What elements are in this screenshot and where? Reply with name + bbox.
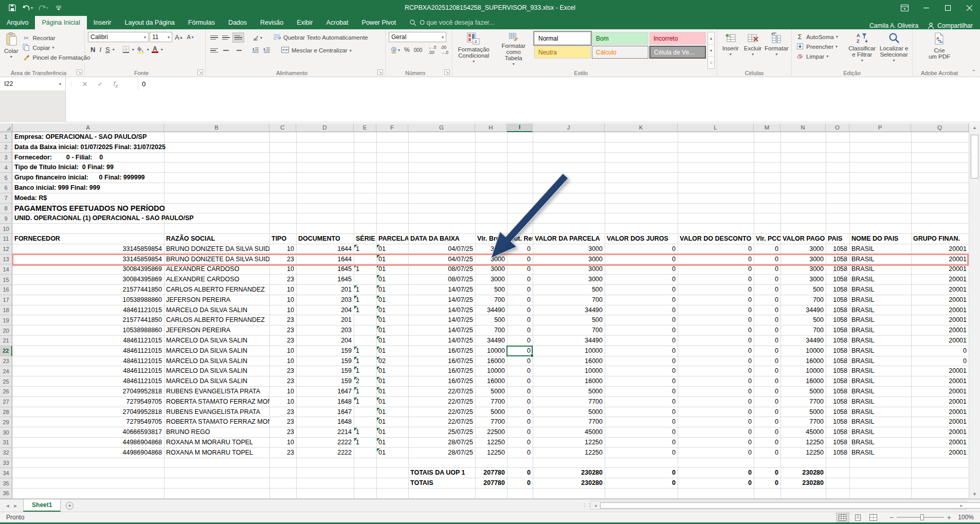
collapse-ribbon-icon[interactable]: ⌃ [972, 69, 976, 75]
cell-F32[interactable]: 01 [376, 448, 408, 458]
cell-G22[interactable]: 16/07/25 [408, 346, 475, 356]
cell-H20[interactable]: 700 [475, 326, 507, 336]
cell-F21[interactable]: 01 [376, 336, 408, 346]
cell-A8[interactable]: PAGAMENTOS EFETUADOS NO PERÍODO [12, 204, 167, 214]
cell-L19[interactable]: 0 [678, 315, 754, 326]
cell-N16[interactable]: 500 [781, 285, 826, 295]
tab-arquivo[interactable]: Arquivo [0, 16, 35, 29]
cell-I35[interactable]: 0 [507, 478, 533, 489]
cell-M24[interactable]: 0 [754, 366, 781, 376]
cell-A25[interactable]: 48461121015 [12, 376, 164, 387]
row-header-5[interactable]: 5 [0, 173, 12, 183]
cell-O25[interactable]: 1058 [826, 376, 849, 387]
vertical-scrollbar-thumb[interactable] [971, 135, 978, 178]
cell-A23[interactable]: 48461121015 [12, 356, 164, 367]
cell-style-normal[interactable]: Normal [534, 32, 591, 45]
font-dialog-launcher[interactable]: ↘ [197, 69, 203, 75]
cell-A1[interactable]: Empresa: OPERACIONAL - SAO PAULO/SP [12, 132, 149, 142]
cell-L35[interactable]: 0 [678, 478, 754, 489]
cell-G21[interactable]: 14/07/25 [408, 336, 475, 346]
cell-A27[interactable]: 7279549705 [12, 397, 164, 407]
row-header-28[interactable]: 28 [0, 407, 12, 418]
cell-I17[interactable]: 0 [507, 295, 533, 305]
cell-C32[interactable]: 23 [269, 448, 296, 458]
row-header-2[interactable]: 2 [0, 142, 12, 153]
tell-me-search[interactable]: O que você deseja fazer... [403, 16, 501, 29]
cell-H28[interactable]: 5000 [475, 407, 507, 418]
cell-D20[interactable]: 203 [296, 326, 354, 336]
cell-P19[interactable]: BRASIL [849, 315, 911, 326]
cell-L29[interactable]: 0 [678, 417, 754, 427]
paste-button[interactable]: Colar ▾ [2, 31, 20, 69]
cell-J21[interactable]: 34490 [533, 336, 605, 346]
sheet-tab-sheet1[interactable]: Sheet1 [23, 499, 61, 512]
row-header-26[interactable]: 26 [0, 387, 12, 397]
cell-O21[interactable]: 1058 [826, 336, 849, 346]
cell-Q32[interactable]: 20001 [911, 448, 969, 458]
row-header-32[interactable]: 32 [0, 448, 12, 458]
cell-D11[interactable]: DOCUMENTO [296, 234, 354, 244]
cell-C16[interactable]: 10 [269, 285, 296, 295]
cell-Q26[interactable]: 20001 [911, 387, 969, 397]
cell-M25[interactable]: 0 [754, 376, 781, 387]
row-header-21[interactable]: 21 [0, 336, 12, 346]
cell-I23[interactable]: 0 [507, 356, 533, 367]
cell-N25[interactable]: 16000 [781, 376, 826, 387]
zoom-slider-handle[interactable] [920, 514, 924, 520]
cell-N29[interactable]: 7700 [781, 417, 826, 427]
cell-P16[interactable]: BRASIL [849, 285, 911, 295]
cell-A22[interactable]: 48461121015 [12, 346, 164, 356]
cell-A11[interactable]: FORNECEDOR [12, 234, 164, 244]
cell-I34[interactable]: 0 [507, 468, 533, 478]
cell-O31[interactable]: 1058 [826, 438, 849, 448]
cell-F27[interactable]: 01 [376, 397, 408, 407]
cell-K17[interactable]: 0 [605, 295, 678, 305]
cell-F18[interactable]: 01 [376, 305, 408, 316]
cell-L23[interactable]: 0 [678, 356, 754, 367]
cell-O11[interactable]: PAIS [826, 234, 849, 244]
tab-dados[interactable]: Dados [222, 16, 253, 29]
cell-J20[interactable]: 700 [533, 326, 605, 336]
wrap-text-button[interactable]: Quebrar Texto Automaticamente [271, 33, 370, 43]
create-pdf-button[interactable]: A Crie um PDF [921, 31, 958, 69]
decrease-font-icon[interactable]: A▼ [186, 32, 196, 42]
cell-Q11[interactable]: GRUPO FINAN. [911, 234, 969, 244]
sort-filter-button[interactable]: AZ Classificar e Filtrar ▾ [846, 31, 878, 69]
cell-M31[interactable]: 0 [754, 438, 781, 448]
cell-J28[interactable]: 5000 [533, 407, 605, 418]
cell-D18[interactable]: 204 [296, 305, 354, 316]
increase-indent-button[interactable] [262, 45, 272, 56]
cell-I11[interactable]: Out. Ret [507, 234, 533, 244]
orientation-button[interactable]: ab▾ [251, 32, 264, 43]
cell-L26[interactable]: 0 [678, 387, 754, 397]
decrease-indent-button[interactable] [250, 45, 261, 56]
underline-dropdown[interactable]: ▾ [113, 47, 115, 52]
find-select-button[interactable]: Localizar e Selecionar ▾ [878, 31, 910, 69]
cell-G26[interactable]: 22/07/25 [408, 387, 475, 397]
row-header-18[interactable]: 18 [0, 305, 12, 316]
cell-B32[interactable]: ROXANA M MORARU TOPEL [164, 448, 269, 458]
cell-M18[interactable]: 0 [754, 305, 781, 316]
format-painter-button[interactable]: Pincel de Formatação [20, 52, 92, 62]
cell-H24[interactable]: 10000 [475, 366, 507, 376]
cell-D32[interactable]: 2222 [296, 448, 354, 458]
column-header-P[interactable]: P [849, 123, 911, 132]
cell-N30[interactable]: 45000 [781, 427, 826, 438]
cell-D31[interactable]: 2222 [296, 438, 354, 448]
cell-I28[interactable]: 0 [507, 407, 533, 418]
insert-cells-button[interactable]: Inserir▾ [719, 31, 741, 69]
cell-K19[interactable]: 0 [605, 315, 678, 326]
cell-I27[interactable]: 0 [507, 397, 533, 407]
cell-Q15[interactable]: 20001 [911, 275, 969, 285]
cell-Q16[interactable]: 20001 [911, 285, 969, 295]
row-header-22[interactable]: 22 [0, 346, 12, 356]
cell-A7[interactable]: Moeda: R$ [12, 193, 49, 204]
cell-P20[interactable]: BRASIL [849, 326, 911, 336]
cell-H34[interactable]: 207780 [475, 468, 507, 478]
cell-P17[interactable]: BRASIL [849, 295, 911, 305]
cell-F17[interactable]: 01 [376, 295, 408, 305]
cell-Q29[interactable]: 20001 [911, 417, 969, 427]
row-header-4[interactable]: 4 [0, 162, 12, 173]
cell-O16[interactable]: 1058 [826, 285, 849, 295]
row-header-1[interactable]: 1 [0, 132, 12, 142]
